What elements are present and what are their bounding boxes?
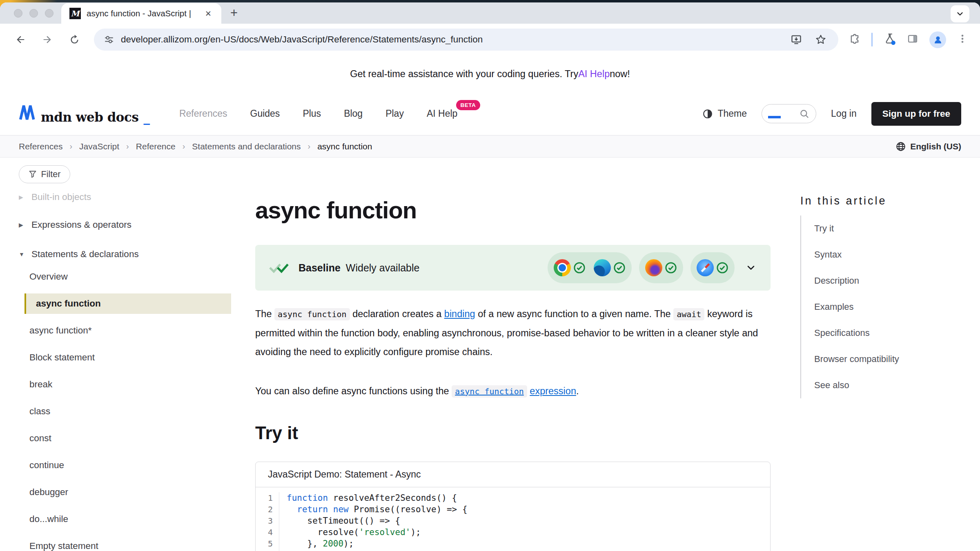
toc-item-browser-compatibility[interactable]: Browser compatibility bbox=[801, 346, 972, 372]
notice-text-after: now! bbox=[610, 69, 630, 80]
toc-item-description[interactable]: Description bbox=[801, 268, 972, 294]
line-number: 1 bbox=[256, 492, 279, 504]
back-arrow-icon bbox=[15, 34, 26, 45]
nav-ai-help[interactable]: AI Help BETA bbox=[427, 108, 457, 119]
theme-switcher[interactable]: Theme bbox=[702, 108, 747, 119]
sidebar-item-continue[interactable]: continue bbox=[19, 452, 231, 479]
back-button[interactable] bbox=[12, 31, 29, 48]
url-text[interactable]: developer.allizom.org/en-US/docs/Web/Jav… bbox=[121, 34, 780, 45]
logo-text: mdn web docs bbox=[41, 110, 138, 124]
safari-support bbox=[697, 259, 728, 276]
nav-ai-help-label: AI Help bbox=[427, 108, 457, 119]
toc-item-examples[interactable]: Examples bbox=[801, 294, 972, 320]
sidebar-section-statements[interactable]: ▼ Statements & declarations bbox=[19, 245, 231, 263]
sidebar-section-label: Built-in objects bbox=[31, 192, 91, 202]
line-number: 6 bbox=[256, 549, 279, 551]
reload-button[interactable] bbox=[66, 31, 82, 48]
crumb-statements[interactable]: Statements and declarations bbox=[192, 142, 301, 151]
sidebar-item-async-function-star[interactable]: async function* bbox=[19, 317, 231, 344]
chromium-support-pill bbox=[548, 252, 632, 283]
install-app-button[interactable] bbox=[788, 32, 804, 47]
sidebar-item-const[interactable]: const bbox=[19, 425, 231, 452]
breadcrumb: References › JavaScript › Reference › St… bbox=[0, 136, 980, 158]
sidebar-item-block-statement[interactable]: Block statement bbox=[19, 344, 231, 371]
sidebar-item-class[interactable]: class bbox=[19, 398, 231, 425]
browser-tab[interactable]: M async function - JavaScript | ✕ bbox=[61, 3, 221, 24]
expression-link[interactable]: expression bbox=[530, 386, 576, 396]
sidebar-item-empty-statement[interactable]: Empty statement bbox=[19, 533, 231, 551]
site-search[interactable] bbox=[762, 104, 816, 123]
maximize-window-button[interactable] bbox=[45, 9, 53, 18]
toolbar-separator bbox=[871, 33, 873, 47]
collapsed-triangle-icon: ▶ bbox=[19, 222, 26, 228]
filter-button[interactable]: Filter bbox=[19, 165, 70, 183]
baseline-label: Baseline bbox=[298, 262, 341, 274]
extensions-button[interactable] bbox=[849, 33, 860, 46]
code-line: 6 }); bbox=[256, 549, 770, 551]
forward-arrow-icon bbox=[42, 34, 53, 45]
minimize-window-button[interactable] bbox=[29, 9, 38, 18]
demo-title: JavaScript Demo: Statement - Async bbox=[256, 462, 770, 487]
nav-plus[interactable]: Plus bbox=[303, 108, 321, 119]
toc-item-try-it[interactable]: Try it bbox=[801, 216, 972, 242]
sidebar-item-overview[interactable]: Overview bbox=[19, 263, 231, 290]
binding-link[interactable]: binding bbox=[444, 309, 475, 319]
signup-button[interactable]: Sign up for free bbox=[871, 102, 961, 126]
close-window-button[interactable] bbox=[14, 9, 22, 18]
async-function-expression-code-link[interactable]: async function bbox=[452, 385, 527, 398]
tab-search-button[interactable] bbox=[951, 5, 969, 22]
firefox-icon bbox=[645, 259, 662, 276]
close-tab-icon[interactable]: ✕ bbox=[203, 8, 213, 19]
baseline-browsers bbox=[548, 252, 757, 283]
toc-item-specifications[interactable]: Specifications bbox=[801, 320, 972, 346]
side-panel-icon bbox=[907, 33, 918, 44]
nav-references[interactable]: References bbox=[179, 108, 227, 119]
experiments-button[interactable] bbox=[884, 33, 896, 47]
forward-button[interactable] bbox=[39, 31, 56, 48]
sidebar-section-built-in-objects[interactable]: ▶ Built-in objects bbox=[19, 188, 231, 206]
check-circle-icon bbox=[573, 262, 586, 274]
site-settings-icon[interactable] bbox=[104, 34, 114, 45]
ai-help-link[interactable]: AI Help bbox=[578, 69, 610, 80]
code-line: 2 return new Promise((resolve) => { bbox=[256, 504, 770, 515]
crumb-current: async function bbox=[317, 142, 372, 151]
code-editor[interactable]: 1 function resolveAfter2Seconds() { 2 re… bbox=[256, 487, 770, 551]
theme-icon bbox=[702, 109, 713, 119]
code-line: 3 setTimeout(() => { bbox=[256, 515, 770, 527]
crumb-references[interactable]: References bbox=[19, 142, 62, 151]
window-controls bbox=[14, 2, 53, 24]
sidebar-item-async-function[interactable]: async function bbox=[24, 293, 231, 314]
sidebar-list: ▶ Built-in objects ▶ Expressions & opera… bbox=[19, 188, 231, 551]
crumb-reference[interactable]: Reference bbox=[136, 142, 176, 151]
sidebar-section-label: Statements & declarations bbox=[31, 249, 139, 260]
browser-menu-button[interactable] bbox=[957, 33, 968, 46]
new-tab-button[interactable]: + bbox=[230, 2, 238, 24]
login-link[interactable]: Log in bbox=[831, 108, 857, 119]
sidebar-item-break[interactable]: break bbox=[19, 371, 231, 398]
baseline-expand-chevron-icon[interactable] bbox=[745, 262, 757, 273]
profile-avatar[interactable] bbox=[929, 31, 946, 48]
line-number: 5 bbox=[256, 538, 279, 549]
address-bar[interactable]: developer.allizom.org/en-US/docs/Web/Jav… bbox=[94, 29, 838, 51]
sidebar-item-do-while[interactable]: do...while bbox=[19, 506, 231, 533]
browser-toolbar: developer.allizom.org/en-US/docs/Web/Jav… bbox=[0, 24, 980, 56]
baseline-banner[interactable]: Baseline Widely available bbox=[255, 245, 771, 291]
line-number: 4 bbox=[256, 527, 279, 538]
side-panel-button[interactable] bbox=[907, 33, 918, 46]
nav-guides[interactable]: Guides bbox=[250, 108, 280, 119]
mdn-favicon: M bbox=[69, 8, 81, 19]
bookmark-button[interactable] bbox=[813, 32, 829, 47]
nav-blog[interactable]: Blog bbox=[344, 108, 363, 119]
sidebar-item-debugger[interactable]: debugger bbox=[19, 479, 231, 506]
crumb-javascript[interactable]: JavaScript bbox=[79, 142, 119, 151]
theme-label: Theme bbox=[717, 108, 747, 119]
crumb-separator: › bbox=[183, 142, 185, 151]
safari-icon bbox=[697, 259, 714, 276]
locale-switcher[interactable]: English (US) bbox=[895, 141, 961, 152]
sidebar-section-expressions[interactable]: ▶ Expressions & operators bbox=[19, 216, 231, 234]
mdn-logo[interactable]: mdn web docs _ bbox=[19, 103, 150, 124]
expression-paragraph: You can also define async functions usin… bbox=[255, 382, 771, 401]
toc-item-see-also[interactable]: See also bbox=[801, 372, 972, 398]
toc-item-syntax[interactable]: Syntax bbox=[801, 242, 972, 268]
nav-play[interactable]: Play bbox=[385, 108, 404, 119]
